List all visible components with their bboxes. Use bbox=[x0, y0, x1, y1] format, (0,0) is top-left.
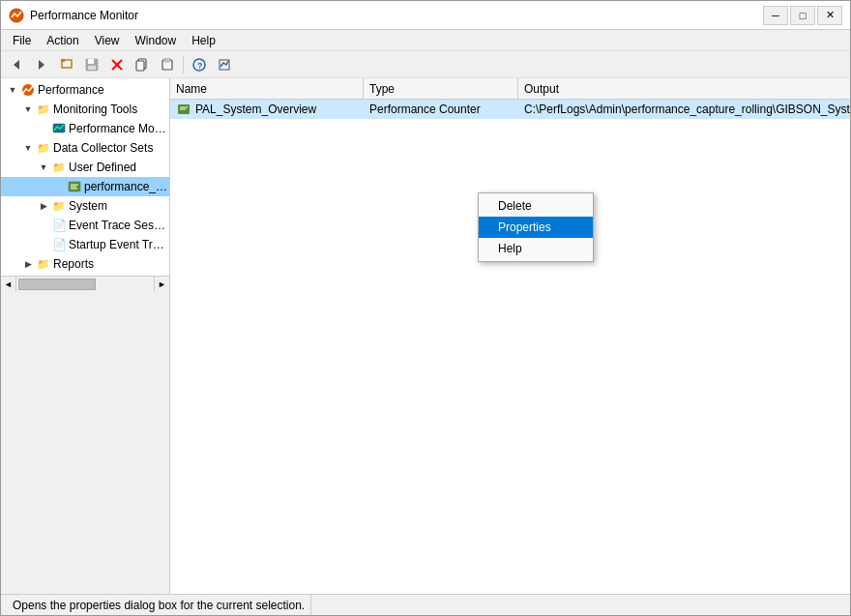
svg-rect-4 bbox=[61, 59, 65, 62]
window-controls: ─ □ ✕ bbox=[763, 6, 842, 25]
delete-button[interactable] bbox=[105, 54, 129, 75]
toolbar: ? bbox=[1, 51, 850, 78]
cell-output-0: C:\PerfLogs\Admin\performance_capture_ro… bbox=[518, 103, 850, 116]
menu-window[interactable]: Window bbox=[128, 31, 185, 50]
list-body: PAL_System_Overview Performance Counter … bbox=[170, 100, 850, 594]
context-menu: Delete Properties Help bbox=[478, 192, 594, 262]
header-name[interactable]: Name bbox=[170, 78, 364, 99]
sidebar-item-event-trace[interactable]: 📄 Event Trace Sessions bbox=[1, 216, 169, 235]
svg-marker-1 bbox=[14, 60, 19, 70]
scroll-right-button[interactable]: ► bbox=[154, 277, 169, 292]
expand-none-2 bbox=[51, 179, 67, 194]
user-defined-label: User Defined bbox=[69, 161, 136, 174]
sidebar-item-user-defined[interactable]: ▼ 📁 User Defined bbox=[1, 158, 169, 177]
sidebar: ▼ Performance ▼ 📁 Monitoring Tools bbox=[1, 78, 170, 276]
sidebar-item-data-collector-sets[interactable]: ▼ 📁 Data Collector Sets bbox=[1, 138, 169, 158]
svg-rect-13 bbox=[164, 58, 170, 62]
dcs-folder-icon: 📁 bbox=[36, 140, 51, 156]
menu-view[interactable]: View bbox=[87, 31, 128, 50]
expand-none-1 bbox=[36, 121, 51, 136]
save-button[interactable] bbox=[80, 54, 103, 75]
sidebar-item-startup-trace[interactable]: 📄 Startup Event Trace Ses... bbox=[1, 235, 169, 254]
cell-type-0: Performance Counter bbox=[364, 103, 518, 116]
title-bar-left: Performance Monitor bbox=[9, 8, 138, 23]
expand-ud-icon[interactable]: ▼ bbox=[36, 160, 51, 175]
event-trace-label: Event Trace Sessions bbox=[69, 219, 169, 232]
main-window: Performance Monitor ─ □ ✕ File Action Vi… bbox=[0, 0, 851, 616]
sidebar-h-scrollbar[interactable] bbox=[16, 277, 154, 292]
svg-rect-6 bbox=[88, 59, 94, 64]
toolbar-separator-1 bbox=[183, 56, 184, 73]
status-text-segment: Opens the properties dialog box for the … bbox=[7, 595, 311, 615]
app-icon bbox=[9, 8, 24, 23]
header-output[interactable]: Output bbox=[518, 78, 850, 99]
menu-bar: File Action View Window Help bbox=[1, 30, 850, 51]
perf-capture-icon bbox=[67, 179, 82, 194]
ctx-help[interactable]: Help bbox=[479, 238, 593, 259]
system-label: System bbox=[69, 199, 107, 213]
data-collector-sets-label: Data Collector Sets bbox=[53, 141, 153, 155]
sidebar-item-reports[interactable]: ▶ 📁 Reports bbox=[1, 254, 169, 274]
sidebar-item-monitoring-tools[interactable]: ▼ 📁 Monitoring Tools bbox=[1, 100, 169, 119]
copy-button[interactable] bbox=[131, 54, 154, 75]
monitoring-folder-icon: 📁 bbox=[36, 102, 51, 117]
menu-action[interactable]: Action bbox=[39, 31, 86, 50]
expand-dcs-icon[interactable]: ▼ bbox=[20, 140, 36, 156]
close-button[interactable]: ✕ bbox=[817, 6, 842, 25]
expand-monitoring-icon[interactable]: ▼ bbox=[20, 102, 36, 117]
expand-none-4 bbox=[36, 237, 51, 252]
sidebar-item-performance[interactable]: ▼ Performance bbox=[1, 80, 169, 100]
system-folder-icon: 📁 bbox=[51, 198, 67, 214]
menu-help[interactable]: Help bbox=[184, 31, 223, 50]
back-button[interactable] bbox=[5, 54, 28, 75]
svg-rect-11 bbox=[136, 61, 144, 71]
ctx-properties[interactable]: Properties bbox=[479, 217, 593, 238]
ud-folder-icon: 📁 bbox=[51, 160, 67, 175]
reports-label: Reports bbox=[53, 257, 94, 271]
header-type[interactable]: Type bbox=[364, 78, 518, 99]
title-bar: Performance Monitor ─ □ ✕ bbox=[1, 1, 850, 30]
svg-text:?: ? bbox=[197, 61, 203, 71]
cell-name-0: PAL_System_Overview bbox=[170, 102, 364, 117]
row-icon-0 bbox=[176, 102, 191, 117]
svg-rect-7 bbox=[88, 66, 96, 70]
sidebar-item-perf-capture[interactable]: performance_captu... bbox=[1, 177, 169, 196]
ctx-delete[interactable]: Delete bbox=[479, 195, 593, 217]
startup-trace-label: Startup Event Trace Ses... bbox=[69, 238, 169, 251]
up-button[interactable] bbox=[55, 54, 78, 75]
svg-marker-2 bbox=[39, 60, 44, 70]
status-empty bbox=[311, 595, 844, 615]
performance-monitor-icon bbox=[51, 121, 67, 136]
sidebar-item-performance-monitor[interactable]: Performance Monitor bbox=[1, 119, 169, 138]
startup-trace-icon: 📄 bbox=[51, 237, 67, 252]
sidebar-scrollbar-container: ◄ ► bbox=[1, 276, 169, 291]
sidebar-h-thumb[interactable] bbox=[18, 279, 96, 290]
main-area: ▼ Performance ▼ 📁 Monitoring Tools bbox=[1, 78, 850, 594]
table-row[interactable]: PAL_System_Overview Performance Counter … bbox=[170, 100, 850, 119]
performance-monitor-label: Performance Monitor bbox=[69, 122, 169, 135]
content-area: Name Type Output bbox=[170, 78, 850, 594]
expand-sys-icon[interactable]: ▶ bbox=[36, 198, 51, 214]
paste-button[interactable] bbox=[156, 54, 179, 75]
chart-button[interactable] bbox=[213, 54, 236, 75]
forward-button[interactable] bbox=[30, 54, 53, 75]
performance-icon bbox=[20, 82, 36, 98]
monitoring-tools-label: Monitoring Tools bbox=[53, 103, 137, 116]
help-button[interactable]: ? bbox=[188, 54, 211, 75]
window-title: Performance Monitor bbox=[30, 9, 138, 22]
perf-capture-label: performance_captu... bbox=[84, 180, 169, 193]
menu-file[interactable]: File bbox=[5, 31, 39, 50]
reports-folder-icon: 📁 bbox=[36, 256, 51, 272]
scroll-left-button[interactable]: ◄ bbox=[1, 277, 16, 292]
performance-label: Performance bbox=[38, 83, 104, 97]
sidebar-item-system[interactable]: ▶ 📁 System bbox=[1, 196, 169, 216]
minimize-button[interactable]: ─ bbox=[763, 6, 788, 25]
status-bar: Opens the properties dialog box for the … bbox=[1, 594, 850, 615]
expand-reports-icon[interactable]: ▶ bbox=[20, 256, 36, 272]
expand-none-3 bbox=[36, 218, 51, 233]
maximize-button[interactable]: □ bbox=[790, 6, 815, 25]
event-trace-icon: 📄 bbox=[51, 218, 67, 233]
expand-icon[interactable]: ▼ bbox=[5, 82, 20, 98]
list-header: Name Type Output bbox=[170, 78, 850, 100]
status-text: Opens the properties dialog box for the … bbox=[13, 599, 305, 612]
